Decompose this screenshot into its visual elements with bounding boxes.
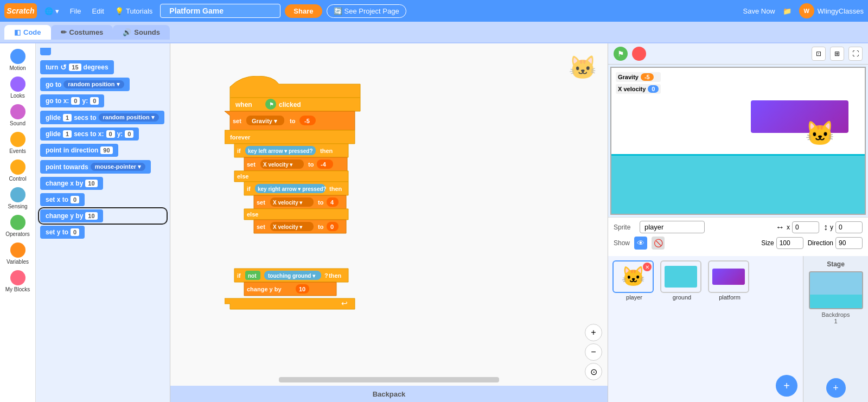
sidebar-item-sensing[interactable]: Sensing — [0, 185, 35, 212]
sidebar-item-variables[interactable]: Variables — [0, 240, 35, 267]
project-name-input[interactable] — [160, 4, 280, 18]
sprites-and-stage: ✕ 🐱 player ground pl — [608, 256, 868, 402]
sprite-thumb-ground[interactable]: ground — [660, 260, 704, 301]
direction-row: Direction — [808, 237, 863, 249]
variables-dot — [10, 243, 25, 258]
tutorials-button[interactable]: 💡 Tutorials — [112, 5, 156, 17]
backpack-label: Backpack — [373, 390, 406, 398]
show-row: Show 👁 🚫 — [614, 237, 665, 250]
stage-fullscreen-button[interactable]: ⛶ — [848, 47, 863, 61]
delete-player-button[interactable]: ✕ — [643, 263, 652, 271]
backpack-bar[interactable]: Backpack — [170, 386, 608, 402]
add-sprite-button[interactable]: + — [776, 375, 797, 397]
x-input[interactable] — [792, 221, 819, 233]
user-avatar: W — [799, 3, 814, 18]
show-eye-button[interactable]: 👁 — [634, 237, 647, 250]
block-partial-top[interactable] — [40, 48, 51, 55]
stage-mini-preview[interactable] — [809, 271, 863, 309]
size-input[interactable] — [776, 237, 803, 249]
block-goto[interactable]: go to random position ▾ — [40, 78, 130, 91]
events-dot — [10, 132, 25, 147]
gravity-value: -5 — [641, 73, 654, 81]
zoom-in-button[interactable]: + — [585, 324, 602, 341]
file-menu[interactable]: File — [67, 5, 85, 17]
block-set-x[interactable]: set x to 0 — [40, 193, 85, 206]
save-now-button[interactable]: Save Now — [743, 7, 775, 15]
sprite-thumb-player[interactable]: ✕ 🐱 player — [612, 260, 656, 301]
block-row-direction: point in direction 90 — [40, 144, 165, 157]
add-sprite-area: + — [776, 375, 797, 397]
player-thumbnail: 🐱 — [621, 265, 646, 288]
svg-text:Gravity ▾: Gravity ▾ — [252, 118, 278, 124]
block-row-goto: go to random position ▾ — [40, 78, 165, 91]
block-point-direction[interactable]: point in direction 90 — [40, 144, 118, 157]
green-flag-button[interactable]: ⚑ — [614, 47, 628, 61]
stage-area: ⚑ ⊡ ⊞ ⛶ Gravity -5 X velocity 0 — [608, 43, 868, 402]
svg-text:X velocity ▾: X velocity ▾ — [263, 162, 293, 168]
add-backdrop-button[interactable]: + — [826, 378, 846, 398]
svg-text:then: then — [329, 186, 342, 192]
svg-text:to: to — [290, 118, 296, 124]
svg-text:if: if — [237, 148, 241, 154]
zoom-out-button[interactable]: − — [585, 343, 602, 361]
svg-text:else: else — [237, 173, 248, 180]
y-arrow-icon: ↕ — [824, 222, 828, 232]
sensing-dot — [10, 187, 25, 202]
stage-small-button[interactable]: ⊡ — [812, 47, 826, 61]
stop-button[interactable] — [632, 47, 646, 61]
x-label: x — [787, 224, 790, 231]
svg-text:4: 4 — [330, 199, 334, 206]
main-layout: Motion Looks Sound Events Control Sensin… — [0, 43, 868, 402]
stage-normal-button[interactable]: ⊞ — [830, 47, 844, 61]
share-button[interactable]: Share — [285, 4, 322, 18]
backdrops-count: 1 — [834, 318, 837, 324]
tab-code[interactable]: ◧ Code — [4, 25, 51, 40]
block-change-x[interactable]: change x by 10 — [40, 177, 103, 190]
tab-costumes[interactable]: ✏ Costumes — [51, 25, 113, 40]
show-label: Show — [614, 239, 630, 247]
operators-dot — [10, 215, 25, 230]
sidebar-item-operators[interactable]: Operators — [0, 213, 35, 239]
script-area[interactable]: when ⚑ clicked set Gravity ▾ to -5 — [170, 43, 608, 402]
direction-input[interactable] — [835, 237, 863, 249]
horizontal-scrollbar[interactable] — [279, 377, 499, 382]
svg-text:when: when — [235, 101, 252, 109]
block-row-gotoxy: go to x: 0 y: 0 — [40, 94, 165, 107]
sprite-thumb-platform[interactable]: platform — [708, 260, 751, 301]
edit-menu[interactable]: Edit — [89, 5, 107, 17]
sidebar-item-myblocks[interactable]: My Blocks — [0, 268, 35, 295]
sidebar-item-control[interactable]: Control — [0, 157, 35, 184]
block-gotoxy[interactable]: go to x: 0 y: 0 — [40, 94, 104, 107]
zoom-controls: + − ⊙ — [585, 324, 602, 380]
block-set-y[interactable]: set y to 0 — [40, 226, 85, 239]
sprite-thumb-img-player: ✕ 🐱 — [612, 260, 654, 293]
see-project-button[interactable]: 🔄 See Project Page — [327, 4, 406, 18]
events-label: Events — [9, 148, 26, 154]
block-turn[interactable]: turn ↺ 15 degrees — [40, 60, 114, 74]
myblocks-dot — [10, 270, 25, 285]
sidebar-item-sound[interactable]: Sound — [0, 102, 35, 129]
sidebar-item-looks[interactable]: Looks — [0, 74, 35, 101]
cat-sprite: 🐱 — [805, 119, 835, 148]
zoom-fit-button[interactable]: ⊙ — [585, 363, 602, 380]
gravity-var: Gravity -5 — [616, 72, 661, 82]
block-glide-random[interactable]: glide 1 secs to random position ▾ — [40, 111, 164, 124]
sprite-thumb-img-ground — [660, 260, 701, 293]
block-point-towards[interactable]: point towards mouse-pointer ▾ — [40, 160, 151, 174]
y-input[interactable] — [835, 221, 863, 233]
tab-sounds[interactable]: 🔊 Sounds — [113, 25, 170, 40]
sidebar-item-events[interactable]: Events — [0, 130, 35, 156]
sidebar-item-motion[interactable]: Motion — [0, 47, 35, 73]
sprite-name-row: Sprite ↔ x ↕ y — [614, 221, 863, 233]
sprites-list: ✕ 🐱 player ground pl — [608, 256, 803, 402]
globe-button[interactable]: 🌐 ▾ — [41, 5, 62, 17]
stage-section: Stage Backdrops 1 + — [803, 256, 868, 402]
block-glide-xy[interactable]: glide 1 secs to x: 0 y: 0 — [40, 127, 139, 141]
sprite-name-input[interactable] — [640, 221, 705, 233]
sprite-thumb-img-platform — [708, 260, 749, 293]
hide-eye-button[interactable]: 🚫 — [652, 237, 665, 250]
svg-text:clicked: clicked — [279, 101, 301, 109]
folder-button[interactable]: 📁 — [780, 5, 795, 17]
block-change-y[interactable]: change y by 10 — [40, 209, 103, 222]
user-menu[interactable]: W WlingyClasses — [799, 3, 864, 18]
